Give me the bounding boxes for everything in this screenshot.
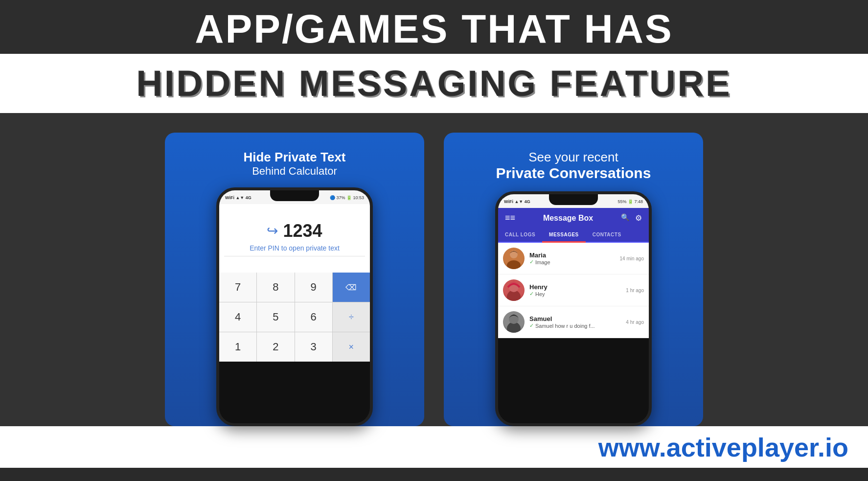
msg-preview-maria: ✓ Image [529,259,615,265]
msg-item-henry[interactable]: Henry ✓ Hey 1 hr ago [498,275,649,306]
right-title-line2: Private Conversations [496,165,651,182]
left-phone-card: Hide Private Text Behind Calculator WiFi… [165,133,424,426]
msg-info-henry: Henry ✓ Hey [529,283,621,297]
key-multiply[interactable]: × [333,332,370,362]
footer-bar: www.activeplayer.io [0,426,868,468]
right-card-title: See your recent Private Conversations [496,150,651,182]
key-4[interactable]: 4 [219,302,256,332]
tab-messages[interactable]: MESSAGES [542,228,586,243]
msg-status-left: WiFi ▲▼ 4G [504,199,530,204]
tab-contacts[interactable]: CONTACTS [586,228,628,242]
phone-notch [270,190,319,201]
msg-name-henry: Henry [529,283,621,291]
msg-preview-samuel: ✓ Samuel how r u doing f... [529,322,621,329]
calc-keypad: 7 8 9 ⌫ 4 5 6 ÷ 1 2 3 × [219,273,370,362]
key-5[interactable]: 5 [257,302,294,332]
key-3[interactable]: 3 [295,332,332,362]
key-1[interactable]: 1 [219,332,256,362]
brand-url: www.activeplayer.io [598,432,848,462]
status-left-text: WiFi ▲▼ 4G [225,195,251,200]
calc-screen: ↪ 1234 Enter PIN to open private text [219,204,370,273]
msg-preview-henry: ✓ Hey [529,291,621,297]
key-9[interactable]: 9 [295,273,332,302]
calculator-phone: WiFi ▲▼ 4G 🔵 37% 🔋 10:53 ↪ 1234 Enter PI… [216,187,373,426]
main-title: APP/GAMES THAT HAS [10,9,858,49]
search-icon[interactable]: 🔍 [621,213,629,223]
msg-info-maria: Maria ✓ Image [529,252,615,265]
msg-item-samuel[interactable]: Samuel ✓ Samuel how r u doing f... 4 hr … [498,306,649,338]
msg-time-samuel: 4 hr ago [626,320,644,325]
subtitle-band: HIDDEN MESSAGING FEATURE [0,54,868,113]
messaging-phone: WiFi ▲▼ 4G 55% 🔋 7:48 ≡ Message Box 🔍 ⚙ … [495,191,652,426]
msg-header-title: Message Box [543,214,593,223]
calc-pin-text: Enter PIN to open private text [250,244,340,252]
msg-status-right: 55% 🔋 7:48 [617,199,643,204]
calc-separator [224,256,365,256]
msg-time-henry: 1 hr ago [626,288,644,293]
left-title-bold: Hide Private Text [243,150,345,165]
check-icon-samuel: ✓ [529,322,534,329]
key-6[interactable]: 6 [295,302,332,332]
key-divide[interactable]: ÷ [333,302,370,332]
avatar-samuel [503,311,525,333]
key-8[interactable]: 8 [257,273,294,302]
msg-tabs: CALL LOGS MESSAGES CONTACTS [498,228,649,243]
msg-item-maria[interactable]: Maria ✓ Image 14 min ago [498,243,649,275]
svg-point-2 [510,251,518,258]
gear-icon[interactable]: ⚙ [635,213,642,223]
calc-display: ↪ 1234 [267,221,322,241]
msg-app-header: ≡ Message Box 🔍 ⚙ [498,208,649,228]
msg-name-maria: Maria [529,252,615,259]
right-title-line1: See your recent [496,150,651,165]
right-phone-card: See your recent Private Conversations Wi… [444,133,703,426]
left-card-title: Hide Private Text Behind Calculator [243,150,345,178]
top-banner: APP/GAMES THAT HAS [0,0,868,54]
subtitle-text: HIDDEN MESSAGING FEATURE [10,63,858,104]
main-content: Hide Private Text Behind Calculator WiFi… [0,113,868,426]
key-7[interactable]: 7 [219,273,256,302]
msg-phone-notch [549,194,598,205]
key-del[interactable]: ⌫ [333,273,370,302]
key-2[interactable]: 2 [257,332,294,362]
calc-number: 1234 [283,221,322,241]
avatar-henry [503,279,525,301]
calc-arrow-icon: ↪ [267,223,278,239]
msg-time-maria: 14 min ago [620,256,644,261]
svg-point-1 [507,260,521,269]
msg-list: Maria ✓ Image 14 min ago [498,243,649,338]
tab-call-logs[interactable]: CALL LOGS [498,228,542,242]
status-right-text: 🔵 37% 🔋 10:53 [330,195,364,200]
msg-info-samuel: Samuel ✓ Samuel how r u doing f... [529,315,621,329]
hamburger-icon[interactable]: ≡ [505,213,515,223]
check-icon: ✓ [529,259,534,265]
msg-header-icons: 🔍 ⚙ [621,213,642,223]
left-title-normal: Behind Calculator [243,165,345,178]
check-icon-henry: ✓ [529,291,534,297]
avatar-maria [503,248,525,269]
msg-name-samuel: Samuel [529,315,621,322]
